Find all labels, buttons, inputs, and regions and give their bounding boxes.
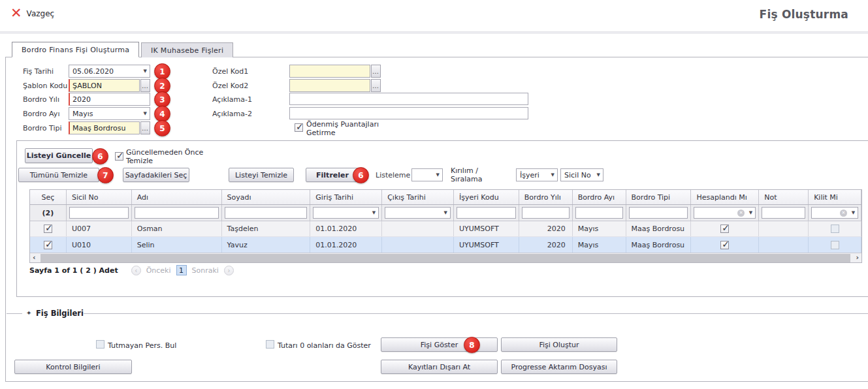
tutari-sifir-checkbox[interactable]: [266, 340, 274, 349]
table-row-selected[interactable]: U010 Selin Yavuz 01.01.2020 UYUMSOFT 202…: [30, 237, 861, 253]
filter-soyadi[interactable]: [225, 207, 308, 219]
cell-not: [759, 237, 809, 253]
current-page[interactable]: 1: [176, 265, 187, 275]
filter-hesaplandi[interactable]: ✕▼: [694, 207, 756, 219]
scroll-right-icon[interactable]: ›: [856, 253, 859, 263]
aciklama1-input[interactable]: [289, 93, 528, 105]
ozel-kod1-lookup-button[interactable]: …: [371, 65, 381, 78]
col-bordro-yili[interactable]: Bordro Yılı: [519, 190, 573, 204]
ozel-kod1-input[interactable]: [289, 65, 370, 78]
filter-giris-tarihi[interactable]: ▼: [313, 207, 379, 219]
cell-cikis-tarihi: [382, 237, 454, 253]
cell-isyeri-kodu: UYUMSOFT: [454, 237, 519, 253]
odenmis-puantaj-checkbox[interactable]: [295, 123, 303, 132]
sablon-lookup-button[interactable]: …: [140, 79, 150, 92]
fisi-olustur-button[interactable]: Fişi Oluştur: [501, 337, 617, 352]
col-not[interactable]: Not: [759, 190, 809, 204]
filter-isyeri-kodu[interactable]: [457, 207, 516, 219]
bordro-ayi-select[interactable]: Mayıs ▼: [69, 107, 150, 120]
clear-filter-icon[interactable]: ✕: [737, 210, 745, 217]
kontrol-bilgileri-button[interactable]: Kontrol Bilgileri: [14, 360, 132, 374]
listeyi-guncelle-button[interactable]: Listeyi Güncelle: [25, 148, 93, 163]
filter-bordro-tipi[interactable]: [629, 207, 688, 219]
prev-page-icon[interactable]: ‹: [131, 266, 141, 275]
kilit-checkbox[interactable]: [831, 225, 839, 233]
close-icon: ✕: [10, 7, 22, 20]
filter-bordro-yili[interactable]: [522, 207, 570, 219]
ozel-kod1-label: Özel Kod1: [212, 67, 248, 76]
filter-count-cell: (2): [30, 205, 67, 221]
next-page-button[interactable]: Sonraki: [192, 266, 219, 275]
filter-sicil-no[interactable]: [69, 207, 129, 219]
filter-adi[interactable]: [135, 207, 219, 219]
sicil-no-select[interactable]: Sicil No ▼: [560, 168, 603, 181]
tab-bordro-finans[interactable]: Bordro Finans Fişi Oluşturma: [12, 42, 139, 57]
col-kilit[interactable]: Kilit Mi: [809, 190, 861, 204]
bordro-tipi-field: …: [69, 121, 150, 134]
hesaplandi-checkbox[interactable]: [720, 225, 729, 233]
scroll-left-icon[interactable]: ‹: [33, 253, 36, 263]
prev-page-button[interactable]: Önceki: [146, 266, 171, 275]
listeyi-temizle-button[interactable]: Listeyi Temizle: [229, 168, 294, 182]
col-giris-tarihi[interactable]: Giriş Tarihi: [310, 190, 382, 204]
hesaplandi-checkbox[interactable]: [720, 241, 729, 249]
row-select-checkbox[interactable]: [44, 225, 52, 233]
tumunu-temizle-button[interactable]: Tümünü Temizle: [18, 168, 99, 182]
col-sec[interactable]: Seç: [30, 190, 67, 204]
tutmayan-pers-label: Tutmayan Pers. Bul: [108, 341, 176, 350]
cell-cikis-tarihi: [382, 221, 454, 236]
cell-bordro-tipi: Maaş Bordrosu: [626, 221, 692, 236]
isyeri-select[interactable]: İşyeri ▼: [516, 168, 558, 181]
chevron-down-icon: ▼: [144, 69, 147, 74]
collapse-arrow-icon[interactable]: ✦: [26, 309, 31, 317]
ozel-kod2-lookup-button[interactable]: …: [371, 79, 381, 92]
col-cikis-tarihi[interactable]: Çıkış Tarihi: [382, 190, 454, 204]
table-header-row: Seç Sicil No Adı Soyadı Giriş Tarihi Çık…: [30, 190, 861, 205]
aciklama2-input[interactable]: [289, 107, 528, 119]
col-sicil-no[interactable]: Sicil No: [67, 190, 132, 204]
col-isyeri-kodu[interactable]: İşyeri Kodu: [454, 190, 519, 204]
fisi-goster-button[interactable]: Fişi Göster: [381, 337, 498, 352]
bordro-yili-input[interactable]: [69, 93, 150, 106]
cancel-button[interactable]: ✕ Vazgeç: [10, 7, 54, 20]
clear-filter-icon[interactable]: ✕: [840, 210, 847, 217]
scrollbar-thumb[interactable]: [40, 254, 850, 262]
col-soyadi[interactable]: Soyadı: [222, 190, 311, 204]
kayitlari-disari-at-button[interactable]: Kayıtları Dışarı At: [381, 360, 498, 374]
fis-olusturma-screen: ✕ Vazgeç Fiş Oluşturma Bordro Finans Fiş…: [0, 0, 868, 389]
col-hesaplandi[interactable]: Hesaplandı Mı: [691, 190, 759, 204]
horizontal-scrollbar[interactable]: ‹ ›: [30, 253, 861, 262]
next-page-icon[interactable]: ›: [224, 266, 234, 275]
page-title: Fiş Oluşturma: [760, 8, 848, 21]
col-adi[interactable]: Adı: [132, 190, 222, 204]
toolbar-divider: [0, 31, 868, 34]
fis-tarihi-select[interactable]: 05.06.2020 ▼: [69, 65, 150, 78]
guncellemeden-once-checkbox[interactable]: [115, 152, 123, 161]
filter-not[interactable]: [762, 207, 805, 219]
filter-bordro-ayi[interactable]: [575, 207, 623, 219]
cell-bordro-ayi: Mayıs: [573, 237, 626, 253]
table-row[interactable]: U007 Osman Taşdelen 01.01.2020 UYUMSOFT …: [30, 221, 861, 237]
sablon-kodu-input[interactable]: [69, 79, 140, 92]
tab-ik-muhasebe[interactable]: IK Muhasebe Fişleri: [141, 42, 233, 57]
filter-kilit[interactable]: ✕▼: [811, 207, 858, 219]
bordro-tipi-lookup-button[interactable]: …: [140, 121, 150, 134]
filtreler-button[interactable]: Filtreler: [306, 168, 359, 182]
odenmis-puantaj-label: Ödenmiş Puantajları Getirme: [306, 120, 391, 137]
progresse-aktarim-button[interactable]: Progresse Aktarım Dosyası: [501, 360, 617, 374]
row-select-checkbox[interactable]: [44, 241, 52, 249]
fis-bilgileri-title[interactable]: Fiş Bilgileri: [36, 309, 84, 318]
ozel-kod2-input[interactable]: [289, 79, 370, 92]
section-divider: [84, 313, 868, 314]
fis-tarihi-value: 05.06.2020: [72, 67, 114, 76]
sayfadakileri-sec-button[interactable]: Sayfadakileri Seç: [123, 168, 189, 182]
col-bordro-tipi[interactable]: Bordro Tipi: [626, 190, 692, 204]
col-bordro-ayi[interactable]: Bordro Ayı: [573, 190, 626, 204]
bordro-tipi-input[interactable]: [69, 121, 140, 134]
kilit-checkbox[interactable]: [831, 241, 839, 249]
tutmayan-pers-checkbox[interactable]: [96, 340, 104, 349]
listeleme-select[interactable]: ▼: [411, 168, 443, 181]
filter-cikis-tarihi[interactable]: ▼: [385, 207, 451, 219]
cancel-label: Vazgeç: [27, 9, 55, 18]
ellipsis-icon: …: [142, 125, 149, 132]
